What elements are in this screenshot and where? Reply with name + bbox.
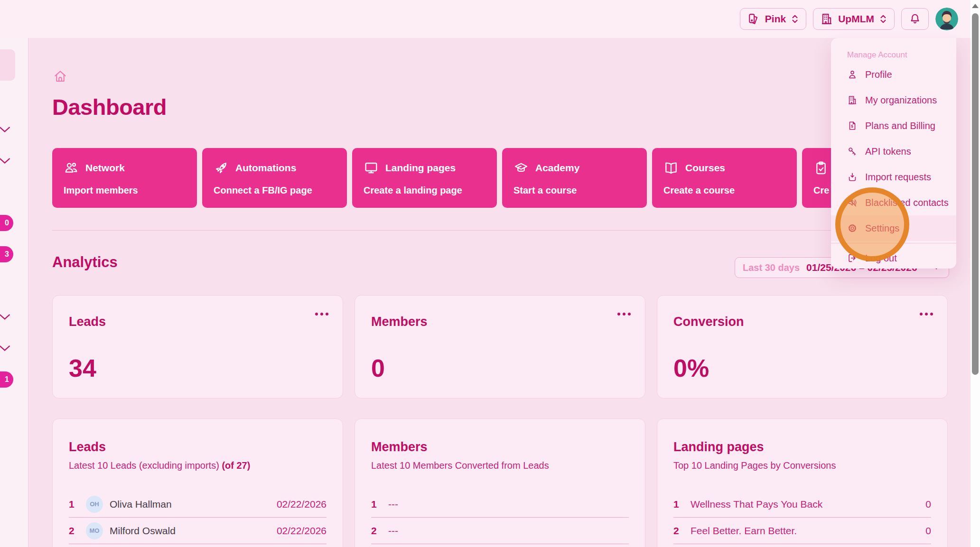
row-rank: 2 bbox=[371, 525, 388, 537]
members-list-card: Members Latest 10 Members Converted from… bbox=[355, 418, 645, 547]
person-icon bbox=[847, 69, 858, 80]
count-badge: 0 bbox=[0, 215, 13, 231]
theme-select[interactable]: Pink bbox=[740, 8, 806, 30]
rocket-icon bbox=[214, 160, 229, 176]
landing-page-row[interactable]: 2 Feel Better. Earn Better. 0 bbox=[673, 518, 931, 544]
ellipsis-icon[interactable] bbox=[315, 313, 328, 315]
menu-item-label: Plans and Billing bbox=[865, 121, 935, 131]
monitor-icon bbox=[364, 160, 379, 176]
scrollbar-thumb[interactable] bbox=[972, 13, 979, 375]
landing-page-name: Feel Better. Earn Better. bbox=[691, 525, 797, 537]
organization-select[interactable]: UpMLM bbox=[813, 8, 895, 30]
quick-action-automations[interactable]: Automations Connect a FB/IG page bbox=[202, 148, 347, 208]
key-icon bbox=[847, 146, 858, 157]
lead-name: Oliva Hallman bbox=[110, 499, 172, 510]
quick-action-subtitle: Import members bbox=[64, 185, 186, 196]
menu-item-label: API tokens bbox=[865, 146, 911, 157]
avatar: MO bbox=[86, 522, 103, 539]
menu-item-plans-and-billing[interactable]: $ Plans and Billing bbox=[831, 113, 956, 139]
logout-icon bbox=[847, 253, 858, 263]
bell-icon bbox=[909, 13, 921, 25]
main-content: Dashboard Network Import members bbox=[28, 38, 971, 547]
building-icon bbox=[820, 12, 833, 26]
count-badge: 3 bbox=[0, 246, 13, 262]
quick-action-title: Courses bbox=[685, 162, 725, 174]
graduation-cap-icon bbox=[513, 160, 529, 176]
quick-action-academy[interactable]: Academy Start a course bbox=[502, 148, 647, 208]
quick-action-title: Automations bbox=[235, 162, 296, 174]
member-placeholder: --- bbox=[388, 525, 398, 537]
ellipsis-icon[interactable] bbox=[920, 313, 933, 315]
quick-action-subtitle: Connect a FB/IG page bbox=[214, 185, 336, 196]
account-menu: Manage Account Profile My organizations … bbox=[831, 38, 956, 269]
row-rank: 2 bbox=[69, 525, 86, 537]
chevron-down-icon[interactable] bbox=[0, 344, 11, 352]
svg-text:$: $ bbox=[851, 124, 853, 129]
list-title: Landing pages bbox=[673, 440, 931, 454]
quick-action-subtitle: Create a course bbox=[663, 185, 785, 196]
lead-date: 02/22/2026 bbox=[277, 499, 327, 510]
lead-row[interactable]: 1 OH Oliva Hallman 02/22/2026 bbox=[69, 491, 327, 518]
member-row[interactable]: 2 --- bbox=[371, 518, 629, 544]
import-icon bbox=[847, 172, 858, 182]
stat-card-conversion: Conversion 0% bbox=[657, 295, 948, 399]
row-rank: 2 bbox=[673, 525, 691, 537]
people-icon bbox=[64, 160, 79, 176]
row-rank: 1 bbox=[673, 499, 691, 510]
menu-item-my-organizations[interactable]: My organizations bbox=[831, 87, 956, 113]
notifications-button[interactable] bbox=[901, 8, 929, 30]
megaphone-off-icon bbox=[847, 197, 858, 208]
avatar: OH bbox=[86, 496, 103, 513]
member-row[interactable]: 1 --- bbox=[371, 491, 629, 518]
menu-item-log-out[interactable]: Log out bbox=[831, 245, 956, 271]
row-rank: 1 bbox=[69, 499, 86, 510]
menu-item-import-requests[interactable]: Import requests bbox=[831, 164, 956, 190]
quick-action-courses[interactable]: Courses Create a course bbox=[652, 148, 797, 208]
conversion-count: 0 bbox=[925, 499, 931, 510]
landing-page-name: Wellness That Pays You Back bbox=[691, 499, 822, 510]
landing-page-row[interactable]: 1 Wellness That Pays You Back 0 bbox=[673, 491, 931, 518]
conversion-count: 0 bbox=[925, 525, 931, 537]
list-subtitle: Top 10 Landing Pages by Conversions bbox=[673, 460, 931, 471]
sidebar: 0 3 1 bbox=[0, 38, 28, 547]
menu-item-label: Log out bbox=[865, 253, 897, 264]
quick-action-network[interactable]: Network Import members bbox=[52, 148, 197, 208]
home-icon[interactable] bbox=[53, 69, 67, 83]
building-icon bbox=[847, 95, 858, 105]
topbar: Pink UpMLM bbox=[0, 0, 971, 38]
stat-value: 0% bbox=[673, 354, 931, 382]
quick-action-landing-pages[interactable]: Landing pages Create a landing page bbox=[352, 148, 497, 208]
menu-item-api-tokens[interactable]: API tokens bbox=[831, 139, 956, 164]
ellipsis-icon[interactable] bbox=[617, 313, 631, 315]
chevron-down-icon[interactable] bbox=[0, 157, 11, 165]
menu-item-blacklisted-contacts[interactable]: Blacklisted contacts bbox=[831, 190, 956, 215]
stat-value: 34 bbox=[69, 354, 327, 382]
menu-item-label: Import requests bbox=[865, 172, 931, 183]
menu-item-label: Settings bbox=[865, 223, 899, 234]
list-title: Members bbox=[371, 440, 629, 454]
stat-card-members: Members 0 bbox=[355, 295, 645, 399]
lead-row[interactable]: 2 MO Milford Oswald 02/22/2026 bbox=[69, 518, 327, 544]
user-avatar[interactable] bbox=[935, 8, 958, 30]
stats-row: Leads 34 Members 0 Conversion 0% bbox=[52, 295, 948, 399]
quick-action-subtitle: Start a course bbox=[513, 185, 635, 196]
chevron-down-icon[interactable] bbox=[0, 313, 11, 321]
analytics-heading: Analytics bbox=[52, 254, 118, 271]
theme-select-label: Pink bbox=[765, 13, 786, 25]
menu-divider bbox=[831, 243, 956, 243]
row-rank: 1 bbox=[371, 499, 388, 510]
scrollbar-up-arrow[interactable] bbox=[972, 4, 979, 8]
quick-action-title: Academy bbox=[535, 162, 579, 174]
scrollbar-track[interactable] bbox=[971, 0, 980, 547]
gear-icon bbox=[847, 223, 858, 233]
stat-title: Members bbox=[371, 315, 629, 329]
quick-action-title: Landing pages bbox=[385, 162, 456, 174]
menu-item-settings[interactable]: Settings bbox=[831, 215, 956, 241]
chevron-down-icon[interactable] bbox=[0, 126, 11, 133]
quick-action-subtitle: Create a landing page bbox=[364, 185, 485, 196]
menu-item-profile[interactable]: Profile bbox=[831, 62, 956, 87]
quick-actions-row: Network Import members Automations Conne… bbox=[52, 148, 947, 208]
lists-row: Leads Latest 10 Leads (excluding imports… bbox=[52, 418, 948, 547]
sidebar-item-active[interactable] bbox=[0, 49, 15, 81]
account-menu-header: Manage Account bbox=[831, 38, 956, 62]
